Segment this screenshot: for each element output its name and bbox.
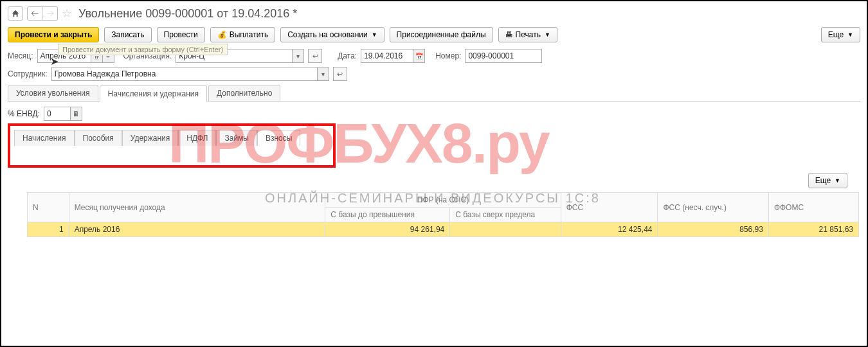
subtab-loans[interactable]: Займы	[216, 130, 257, 146]
back-button[interactable]: 🡠	[27, 6, 42, 21]
tab-accruals[interactable]: Начисления и удержания	[100, 85, 207, 102]
main-tabs: Условия увольнения Начисления и удержани…	[8, 85, 860, 102]
print-label: Печать	[516, 30, 541, 39]
subtab-accruals[interactable]: Начисления	[14, 130, 75, 146]
cell-ffoms: 21 851,63	[768, 222, 858, 237]
subtab-contrib[interactable]: Взносы	[257, 130, 300, 146]
create-based-button[interactable]: Создать на основании ▼	[280, 27, 384, 42]
table-row[interactable]: 1 Апрель 2016 94 261,94 12 425,44 856,93…	[28, 222, 859, 237]
envd-value: 0	[47, 109, 70, 118]
envd-input[interactable]: 0 🖩	[44, 107, 82, 121]
col-pfr[interactable]: ПФР (на ОПС)	[325, 193, 561, 208]
calc-icon[interactable]: 🖩	[70, 107, 82, 120]
date-input[interactable]: 19.04.2016 📅	[361, 49, 425, 63]
employee-value: Громова Надежда Петровна	[55, 69, 317, 78]
post-button[interactable]: Провести	[157, 27, 205, 42]
cell-pfr1: 94 261,94	[325, 222, 450, 237]
cell-month: Апрель 2016	[69, 222, 325, 237]
money-icon: 💰	[217, 30, 227, 39]
pay-label: Выплатить	[230, 30, 269, 39]
subtab-benefits[interactable]: Пособия	[75, 130, 122, 146]
col-n[interactable]: N	[28, 193, 69, 222]
tab-conditions[interactable]: Условия увольнения	[8, 85, 98, 101]
more-label: Еще	[828, 30, 844, 39]
number-label: Номер:	[435, 51, 461, 60]
create-based-label: Создать на основании	[287, 30, 368, 39]
col-pfr-sub2[interactable]: С базы сверх предела	[450, 208, 561, 222]
print-button[interactable]: 🖶 Печать ▼	[498, 27, 557, 42]
subtab-deductions[interactable]: Удержания	[122, 130, 179, 146]
cell-pfr2	[450, 222, 561, 237]
date-value: 19.04.2016	[364, 51, 413, 60]
subtab-ndfl[interactable]: НДФЛ	[178, 130, 216, 146]
page-title: Увольнение 0099-000001 от 19.04.2016 *	[78, 7, 297, 21]
tooltip: Провести документ и закрыть форму (Ctrl+…	[58, 44, 228, 55]
col-ffoms[interactable]: ФФОМС	[768, 193, 858, 222]
number-value: 0099-000001	[468, 51, 514, 60]
date-label: Дата:	[338, 51, 357, 60]
pay-button[interactable]: 💰 Выплатить	[210, 27, 276, 42]
favorite-icon[interactable]: ☆	[62, 6, 72, 21]
org-open-button[interactable]: ↩	[308, 49, 322, 63]
chevron-down-icon: ▼	[847, 31, 853, 38]
cell-fss-acc: 856,93	[658, 222, 768, 237]
chevron-down-icon: ▼	[835, 177, 840, 184]
number-input[interactable]: 0099-000001	[465, 49, 542, 63]
chevron-down-icon[interactable]: ▾	[292, 49, 303, 62]
chevron-down-icon: ▼	[545, 31, 550, 38]
col-pfr-sub1[interactable]: С базы до превышения	[325, 208, 450, 222]
calendar-icon[interactable]: 📅	[413, 49, 424, 62]
employee-label: Сотрудник:	[8, 69, 48, 78]
employee-input[interactable]: Громова Надежда Петровна ▾	[51, 67, 329, 81]
contributions-table: N Месяц получения дохода ПФР (на ОПС) ФС…	[27, 192, 859, 237]
forward-button[interactable]: 🡢	[42, 6, 58, 21]
cell-n: 1	[28, 222, 69, 237]
more-button[interactable]: Еще ▼	[821, 27, 860, 42]
highlight-box: Начисления Пособия Удержания НДФЛ Займы …	[8, 123, 336, 168]
cell-fss: 12 425,44	[561, 222, 658, 237]
envd-label: % ЕНВД:	[8, 109, 40, 118]
table-more-label: Еще	[815, 176, 831, 185]
col-fss-acc[interactable]: ФСС (несч. случ.)	[658, 193, 768, 222]
chevron-down-icon[interactable]: ▾	[317, 67, 329, 80]
tab-additional[interactable]: Дополнительно	[208, 85, 280, 101]
chevron-down-icon: ▼	[372, 31, 377, 38]
home-button[interactable]	[8, 6, 23, 21]
employee-open-button[interactable]: ↩	[333, 67, 347, 81]
attached-files-button[interactable]: Присоединенные файлы	[390, 27, 493, 42]
sub-tabs: Начисления Пособия Удержания НДФЛ Займы …	[14, 130, 329, 146]
print-icon: 🖶	[505, 30, 513, 39]
table-more-button[interactable]: Еще ▼	[808, 173, 847, 188]
col-month[interactable]: Месяц получения дохода	[69, 193, 325, 222]
write-button[interactable]: Записать	[104, 27, 151, 42]
col-fss[interactable]: ФСС	[561, 193, 658, 222]
month-label: Месяц:	[8, 51, 33, 60]
post-and-close-button[interactable]: Провести и закрыть	[8, 27, 99, 42]
